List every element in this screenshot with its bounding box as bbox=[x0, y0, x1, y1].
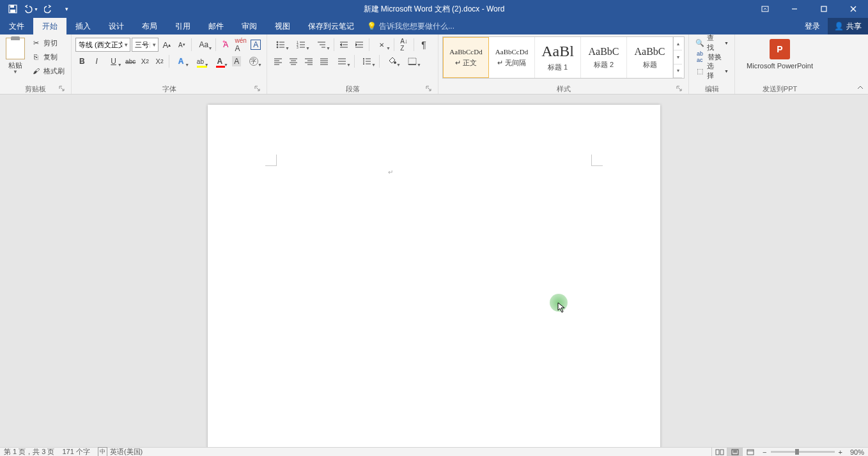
pinyin-guide-button[interactable]: wénA bbox=[234, 38, 248, 52]
superscript-button[interactable]: X2 bbox=[153, 54, 166, 68]
status-proofing[interactable]: 中 bbox=[98, 447, 107, 456]
align-right-button[interactable] bbox=[302, 54, 316, 68]
clipboard-dialog-launcher[interactable] bbox=[58, 86, 66, 93]
status-word-count[interactable]: 171 个字 bbox=[62, 447, 89, 456]
tab-mailings[interactable]: 邮件 bbox=[199, 18, 233, 34]
numbering-button[interactable]: 123▼ bbox=[291, 38, 311, 52]
zoom-slider[interactable] bbox=[771, 451, 835, 453]
status-bar: 第 1 页，共 3 页 171 个字 中 英语(美国) − + 90% bbox=[0, 447, 868, 456]
login-button[interactable]: 登录 bbox=[797, 18, 828, 34]
group-font: 等线 (西文正文▼ 三号▼ A▴ A▾ Aa▼ A✦ wénA A B I U▼… bbox=[72, 34, 267, 94]
paragraph-dialog-launcher[interactable] bbox=[425, 86, 433, 93]
view-print-layout[interactable] bbox=[727, 448, 742, 457]
redo-button[interactable] bbox=[41, 1, 56, 17]
align-center-button[interactable] bbox=[286, 54, 300, 68]
multilevel-list-button[interactable]: ▼ bbox=[312, 38, 331, 52]
select-button[interactable]: ⬚选择▼ bbox=[693, 65, 731, 77]
status-language[interactable]: 英语(美国) bbox=[110, 447, 143, 456]
font-color-button[interactable]: A▼ bbox=[211, 54, 229, 68]
document-area[interactable]: ↵ bbox=[0, 95, 868, 447]
distribute-button[interactable]: ▼ bbox=[332, 54, 352, 68]
styles-scroll-up[interactable]: ▴ bbox=[674, 37, 682, 50]
line-spacing-button[interactable]: ▼ bbox=[357, 54, 376, 68]
style-heading1[interactable]: AaBl标题 1 bbox=[535, 37, 581, 78]
svg-rect-55 bbox=[720, 450, 724, 455]
show-marks-button[interactable]: ¶ bbox=[417, 38, 431, 52]
tell-me-search[interactable]: 💡 告诉我您想要做什么... bbox=[367, 18, 454, 34]
format-painter-button[interactable]: 🖌格式刷 bbox=[29, 65, 66, 77]
svg-text:3: 3 bbox=[297, 45, 298, 49]
tab-view[interactable]: 视图 bbox=[266, 18, 299, 34]
grow-font-button[interactable]: A▴ bbox=[160, 38, 174, 52]
clear-formatting-button[interactable]: A✦ bbox=[219, 38, 233, 52]
font-dialog-launcher[interactable] bbox=[254, 86, 261, 93]
character-border-button[interactable]: A bbox=[249, 38, 263, 52]
maximize-button[interactable] bbox=[809, 0, 839, 18]
styles-expand[interactable]: ▾ bbox=[674, 65, 682, 78]
view-read-mode[interactable] bbox=[711, 448, 727, 457]
zoom-in-button[interactable]: + bbox=[839, 448, 842, 456]
subscript-button[interactable]: X2 bbox=[139, 54, 152, 68]
enclose-char-button[interactable]: 字▼ bbox=[245, 54, 263, 68]
tab-insert[interactable]: 插入 bbox=[66, 18, 100, 34]
share-icon: 👤 bbox=[834, 22, 844, 31]
view-web-layout[interactable] bbox=[742, 448, 757, 457]
tab-review[interactable]: 审阅 bbox=[233, 18, 266, 34]
copy-button[interactable]: ⎘复制 bbox=[29, 50, 66, 63]
style-heading2[interactable]: AaBbC标题 2 bbox=[581, 37, 627, 78]
qat-customize-button[interactable]: ▾ bbox=[59, 1, 74, 17]
zoom-level[interactable]: 90% bbox=[850, 448, 864, 456]
style-normal[interactable]: AaBbCcDd↵ 正文 bbox=[443, 37, 489, 78]
shading-button[interactable]: ▼ bbox=[382, 54, 401, 68]
increase-indent-button[interactable] bbox=[352, 38, 366, 52]
zoom-out-button[interactable]: − bbox=[763, 448, 766, 456]
group-styles: AaBbCcDd↵ 正文 AaBbCcDd↵ 无间隔 AaBl标题 1 AaBb… bbox=[438, 34, 689, 94]
style-no-spacing[interactable]: AaBbCcDd↵ 无间隔 bbox=[489, 37, 535, 78]
underline-button[interactable]: U▼ bbox=[105, 54, 123, 68]
save-button[interactable] bbox=[5, 1, 20, 17]
minimize-button[interactable] bbox=[780, 0, 809, 18]
decrease-indent-button[interactable] bbox=[337, 38, 351, 52]
shrink-font-button[interactable]: A▾ bbox=[175, 38, 189, 52]
bold-button[interactable]: B bbox=[75, 54, 89, 68]
svg-point-12 bbox=[277, 47, 278, 48]
cut-button[interactable]: ✂剪切 bbox=[29, 36, 66, 49]
char-shading-button[interactable]: A bbox=[230, 54, 244, 68]
justify-button[interactable] bbox=[317, 54, 331, 68]
brush-icon: 🖌 bbox=[31, 66, 41, 76]
styles-dialog-launcher[interactable] bbox=[676, 86, 683, 93]
document-page[interactable]: ↵ bbox=[208, 105, 660, 447]
align-left-button[interactable] bbox=[271, 54, 285, 68]
text-effects-button[interactable]: A▼ bbox=[172, 54, 190, 68]
status-page[interactable]: 第 1 页，共 3 页 bbox=[4, 447, 54, 456]
paste-button[interactable]: 粘贴 ▼ bbox=[4, 36, 27, 84]
sort-button[interactable]: A↓Z bbox=[397, 38, 411, 52]
asian-layout-button[interactable]: ✕▼ bbox=[372, 38, 391, 52]
scissors-icon: ✂ bbox=[31, 38, 41, 48]
tab-home[interactable]: 开始 bbox=[33, 18, 66, 34]
borders-button[interactable]: ▼ bbox=[403, 54, 422, 68]
styles-scroll-down[interactable]: ▾ bbox=[674, 50, 682, 64]
italic-button[interactable]: I bbox=[90, 54, 104, 68]
collapse-ribbon-button[interactable] bbox=[855, 84, 865, 93]
tab-references[interactable]: 引用 bbox=[166, 18, 199, 34]
share-button[interactable]: 👤 共享 bbox=[828, 18, 868, 34]
font-size-combo[interactable]: 三号▼ bbox=[132, 38, 159, 52]
tab-layout[interactable]: 布局 bbox=[133, 18, 166, 34]
send-to-ppt-button[interactable]: P Microsoft PowerPoint bbox=[739, 36, 821, 84]
change-case-button[interactable]: Aa▼ bbox=[194, 38, 213, 52]
undo-button[interactable]: ▼ bbox=[23, 1, 38, 17]
style-title[interactable]: AaBbC标题 bbox=[627, 37, 673, 78]
tab-design[interactable]: 设计 bbox=[100, 18, 133, 34]
paint-bucket-icon bbox=[387, 57, 396, 66]
svg-rect-52 bbox=[408, 58, 416, 65]
tab-file[interactable]: 文件 bbox=[0, 18, 33, 34]
highlight-button[interactable]: ab▼ bbox=[191, 54, 209, 68]
font-name-combo[interactable]: 等线 (西文正文▼ bbox=[75, 38, 130, 52]
tab-save-cloud[interactable]: 保存到云笔记 bbox=[299, 18, 363, 34]
ribbon-display-options[interactable] bbox=[750, 0, 780, 18]
strikethrough-button[interactable]: abc bbox=[124, 54, 137, 68]
bullets-button[interactable]: ▼ bbox=[271, 38, 290, 52]
close-button[interactable] bbox=[839, 0, 868, 18]
find-button[interactable]: 🔍查找▼ bbox=[693, 36, 731, 49]
